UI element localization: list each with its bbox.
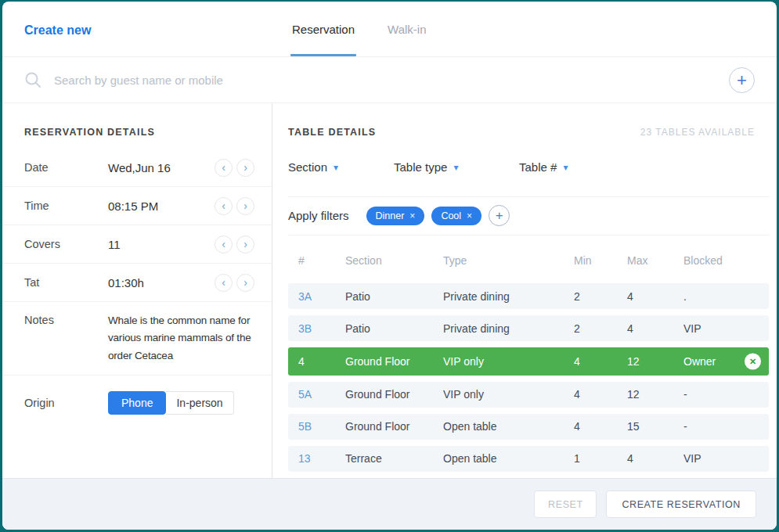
- covers-label: Covers: [24, 238, 108, 250]
- chip-remove-icon[interactable]: ×: [467, 210, 472, 221]
- table-row-3a[interactable]: 3A Patio Private dining 2 4 .: [288, 283, 769, 309]
- chip-remove-icon[interactable]: ×: [409, 210, 415, 221]
- table-filter-dropdowns: Section ▾ Table type ▾ Table # ▾: [288, 138, 769, 197]
- table-row-5a[interactable]: 5A Ground Floor VIP only 4 12 -: [288, 382, 769, 408]
- chevron-down-icon: ▾: [334, 162, 338, 173]
- date-value: Wed,Jun 16: [108, 161, 171, 174]
- create-new-dialog: Create new Reservation Walk-in + RESERVA…: [2, 2, 777, 530]
- guest-search-input[interactable]: [54, 74, 729, 87]
- filter-chip-cool[interactable]: Cool ×: [431, 207, 481, 225]
- search-bar: +: [2, 57, 777, 103]
- col-section: Section: [345, 254, 443, 267]
- tat-increment-button[interactable]: ›: [236, 274, 254, 292]
- top-bar: Create new Reservation Walk-in: [2, 2, 777, 57]
- add-guest-button[interactable]: +: [729, 67, 755, 93]
- covers-decrement-button[interactable]: ‹: [215, 235, 233, 253]
- col-type: Type: [443, 254, 574, 267]
- date-increment-button[interactable]: ›: [236, 159, 254, 177]
- time-increment-button[interactable]: ›: [236, 197, 254, 215]
- table-details-panel: TABLE DETAILS 23 TABLES AVAILABLE Sectio…: [272, 103, 777, 478]
- col-max: Max: [627, 254, 683, 267]
- reservation-details-title: RESERVATION DETAILS: [2, 103, 272, 149]
- col-blocked: Blocked: [683, 254, 759, 267]
- chevron-down-icon: ▾: [563, 162, 568, 173]
- time-field: Time 08:15 PM ‹ ›: [2, 187, 272, 225]
- tat-label: Tat: [24, 276, 108, 289]
- create-new-link[interactable]: Create new: [24, 23, 91, 38]
- chevron-down-icon: ▾: [453, 162, 458, 173]
- section-dropdown[interactable]: Section ▾: [288, 160, 394, 174]
- time-decrement-button[interactable]: ‹: [215, 197, 233, 215]
- covers-field: Covers 11 ‹ ›: [2, 225, 272, 264]
- tat-field: Tat 01:30h ‹ ›: [2, 264, 272, 302]
- table-row-13[interactable]: 13 Terrace Open table 1 4 VIP: [288, 446, 769, 472]
- tab-reservation[interactable]: Reservation: [290, 2, 356, 56]
- origin-option-in-person[interactable]: In-person: [166, 391, 233, 415]
- reset-button[interactable]: RESET: [534, 491, 597, 518]
- col-min: Min: [574, 254, 627, 267]
- main-area: RESERVATION DETAILS Date Wed,Jun 16 ‹ › …: [2, 103, 777, 478]
- apply-filters-row: Apply filters Dinner × Cool × +: [288, 197, 769, 235]
- filter-chip-dinner[interactable]: Dinner ×: [366, 207, 425, 225]
- notes-label: Notes: [24, 312, 108, 326]
- date-field: Date Wed,Jun 16 ‹ ›: [2, 149, 272, 187]
- create-reservation-button[interactable]: CREATE RESERVATION: [606, 491, 756, 518]
- tat-decrement-button[interactable]: ‹: [215, 274, 233, 292]
- origin-label: Origin: [24, 397, 108, 409]
- origin-toggle: Phone In-person: [108, 391, 234, 415]
- date-label: Date: [24, 161, 108, 174]
- add-filter-button[interactable]: +: [489, 205, 510, 226]
- table-row-3b[interactable]: 3B Patio Private dining 2 4 VIP: [288, 315, 769, 341]
- table-row-5b[interactable]: 5B Ground Floor Open table 4 15 -: [288, 414, 769, 440]
- date-decrement-button[interactable]: ‹: [215, 159, 233, 177]
- origin-option-phone[interactable]: Phone: [108, 391, 166, 415]
- tab-walk-in[interactable]: Walk-in: [386, 2, 427, 56]
- table-row-4-selected[interactable]: 4 Ground Floor VIP only 4 12 Owner ✕: [288, 347, 769, 375]
- apply-filters-label: Apply filters: [288, 209, 349, 222]
- time-label: Time: [24, 200, 108, 212]
- table-header-row: # Section Type Min Max Blocked: [288, 250, 769, 272]
- notes-field: Notes Whale is the common name for vario…: [2, 302, 272, 376]
- tab-bar: Reservation Walk-in: [290, 2, 428, 56]
- origin-field: Origin Phone In-person: [2, 376, 272, 415]
- deselect-table-icon[interactable]: ✕: [745, 353, 761, 369]
- footer-bar: RESET CREATE RESERVATION: [2, 478, 777, 530]
- search-icon: [24, 71, 41, 88]
- covers-increment-button[interactable]: ›: [236, 235, 254, 253]
- time-value: 08:15 PM: [108, 200, 158, 213]
- covers-value: 11: [108, 238, 121, 251]
- tables-available-count: 23 TABLES AVAILABLE: [640, 127, 755, 138]
- col-number: #: [298, 254, 345, 267]
- reservation-details-panel: RESERVATION DETAILS Date Wed,Jun 16 ‹ › …: [2, 103, 272, 478]
- table-number-dropdown[interactable]: Table # ▾: [519, 160, 568, 174]
- table-type-dropdown[interactable]: Table type ▾: [394, 160, 519, 174]
- tat-value: 01:30h: [108, 276, 144, 289]
- notes-value[interactable]: Whale is the common name for various mar…: [108, 312, 254, 365]
- table-details-title: TABLE DETAILS: [288, 127, 376, 138]
